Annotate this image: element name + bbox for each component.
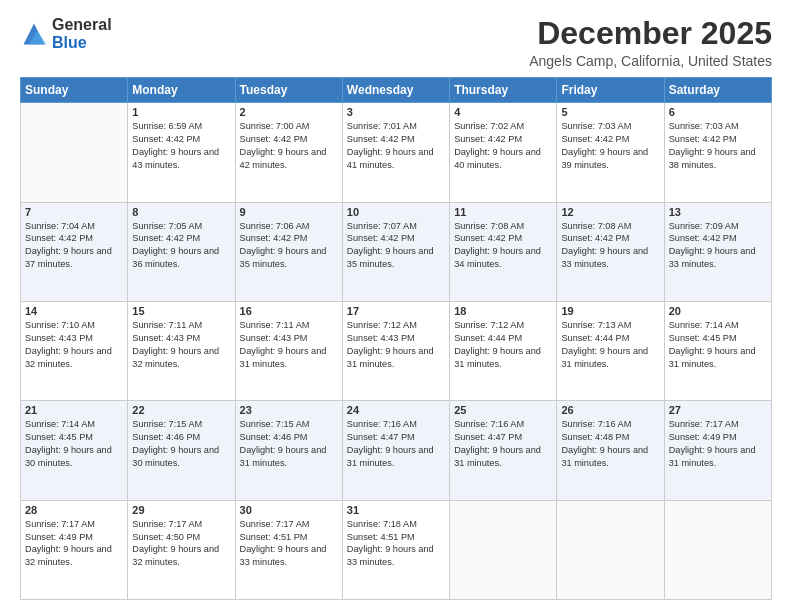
calendar-week-row: 21Sunrise: 7:14 AM Sunset: 4:45 PM Dayli…	[21, 401, 772, 500]
table-row	[557, 500, 664, 599]
table-row: 6Sunrise: 7:03 AM Sunset: 4:42 PM Daylig…	[664, 103, 771, 202]
col-saturday: Saturday	[664, 78, 771, 103]
day-number: 4	[454, 106, 552, 118]
day-number: 26	[561, 404, 659, 416]
day-number: 16	[240, 305, 338, 317]
col-friday: Friday	[557, 78, 664, 103]
day-info: Sunrise: 7:15 AM Sunset: 4:46 PM Dayligh…	[132, 418, 230, 470]
day-info: Sunrise: 7:14 AM Sunset: 4:45 PM Dayligh…	[669, 319, 767, 371]
calendar-week-row: 14Sunrise: 7:10 AM Sunset: 4:43 PM Dayli…	[21, 301, 772, 400]
day-info: Sunrise: 7:17 AM Sunset: 4:49 PM Dayligh…	[25, 518, 123, 570]
day-info: Sunrise: 7:17 AM Sunset: 4:49 PM Dayligh…	[669, 418, 767, 470]
table-row: 25Sunrise: 7:16 AM Sunset: 4:47 PM Dayli…	[450, 401, 557, 500]
day-info: Sunrise: 7:12 AM Sunset: 4:43 PM Dayligh…	[347, 319, 445, 371]
day-info: Sunrise: 7:17 AM Sunset: 4:50 PM Dayligh…	[132, 518, 230, 570]
day-number: 13	[669, 206, 767, 218]
day-info: Sunrise: 7:06 AM Sunset: 4:42 PM Dayligh…	[240, 220, 338, 272]
table-row: 3Sunrise: 7:01 AM Sunset: 4:42 PM Daylig…	[342, 103, 449, 202]
day-number: 19	[561, 305, 659, 317]
day-info: Sunrise: 7:00 AM Sunset: 4:42 PM Dayligh…	[240, 120, 338, 172]
day-number: 22	[132, 404, 230, 416]
day-info: Sunrise: 7:02 AM Sunset: 4:42 PM Dayligh…	[454, 120, 552, 172]
day-info: Sunrise: 7:01 AM Sunset: 4:42 PM Dayligh…	[347, 120, 445, 172]
calendar-week-row: 28Sunrise: 7:17 AM Sunset: 4:49 PM Dayli…	[21, 500, 772, 599]
day-info: Sunrise: 6:59 AM Sunset: 4:42 PM Dayligh…	[132, 120, 230, 172]
col-monday: Monday	[128, 78, 235, 103]
calendar-table: Sunday Monday Tuesday Wednesday Thursday…	[20, 77, 772, 600]
day-number: 23	[240, 404, 338, 416]
day-info: Sunrise: 7:16 AM Sunset: 4:47 PM Dayligh…	[454, 418, 552, 470]
day-number: 25	[454, 404, 552, 416]
table-row: 7Sunrise: 7:04 AM Sunset: 4:42 PM Daylig…	[21, 202, 128, 301]
day-number: 27	[669, 404, 767, 416]
month-title: December 2025	[529, 16, 772, 51]
table-row: 29Sunrise: 7:17 AM Sunset: 4:50 PM Dayli…	[128, 500, 235, 599]
day-info: Sunrise: 7:03 AM Sunset: 4:42 PM Dayligh…	[669, 120, 767, 172]
day-info: Sunrise: 7:12 AM Sunset: 4:44 PM Dayligh…	[454, 319, 552, 371]
day-number: 12	[561, 206, 659, 218]
table-row: 22Sunrise: 7:15 AM Sunset: 4:46 PM Dayli…	[128, 401, 235, 500]
day-number: 20	[669, 305, 767, 317]
day-number: 3	[347, 106, 445, 118]
location: Angels Camp, California, United States	[529, 53, 772, 69]
calendar-week-row: 7Sunrise: 7:04 AM Sunset: 4:42 PM Daylig…	[21, 202, 772, 301]
day-number: 10	[347, 206, 445, 218]
day-number: 29	[132, 504, 230, 516]
table-row: 11Sunrise: 7:08 AM Sunset: 4:42 PM Dayli…	[450, 202, 557, 301]
day-info: Sunrise: 7:11 AM Sunset: 4:43 PM Dayligh…	[132, 319, 230, 371]
day-info: Sunrise: 7:15 AM Sunset: 4:46 PM Dayligh…	[240, 418, 338, 470]
logo-general: General	[52, 16, 112, 34]
day-number: 21	[25, 404, 123, 416]
table-row: 8Sunrise: 7:05 AM Sunset: 4:42 PM Daylig…	[128, 202, 235, 301]
table-row: 16Sunrise: 7:11 AM Sunset: 4:43 PM Dayli…	[235, 301, 342, 400]
table-row: 30Sunrise: 7:17 AM Sunset: 4:51 PM Dayli…	[235, 500, 342, 599]
table-row: 27Sunrise: 7:17 AM Sunset: 4:49 PM Dayli…	[664, 401, 771, 500]
day-info: Sunrise: 7:13 AM Sunset: 4:44 PM Dayligh…	[561, 319, 659, 371]
table-row: 10Sunrise: 7:07 AM Sunset: 4:42 PM Dayli…	[342, 202, 449, 301]
day-number: 24	[347, 404, 445, 416]
day-number: 1	[132, 106, 230, 118]
day-info: Sunrise: 7:07 AM Sunset: 4:42 PM Dayligh…	[347, 220, 445, 272]
logo-icon	[20, 20, 48, 48]
day-number: 9	[240, 206, 338, 218]
day-info: Sunrise: 7:16 AM Sunset: 4:48 PM Dayligh…	[561, 418, 659, 470]
header: General Blue December 2025 Angels Camp, …	[20, 16, 772, 69]
day-info: Sunrise: 7:10 AM Sunset: 4:43 PM Dayligh…	[25, 319, 123, 371]
table-row: 21Sunrise: 7:14 AM Sunset: 4:45 PM Dayli…	[21, 401, 128, 500]
logo-blue: Blue	[52, 34, 112, 52]
calendar-week-row: 1Sunrise: 6:59 AM Sunset: 4:42 PM Daylig…	[21, 103, 772, 202]
table-row: 24Sunrise: 7:16 AM Sunset: 4:47 PM Dayli…	[342, 401, 449, 500]
logo-text: General Blue	[52, 16, 112, 51]
day-info: Sunrise: 7:16 AM Sunset: 4:47 PM Dayligh…	[347, 418, 445, 470]
day-info: Sunrise: 7:09 AM Sunset: 4:42 PM Dayligh…	[669, 220, 767, 272]
table-row: 13Sunrise: 7:09 AM Sunset: 4:42 PM Dayli…	[664, 202, 771, 301]
table-row: 31Sunrise: 7:18 AM Sunset: 4:51 PM Dayli…	[342, 500, 449, 599]
title-block: December 2025 Angels Camp, California, U…	[529, 16, 772, 69]
day-number: 18	[454, 305, 552, 317]
day-number: 5	[561, 106, 659, 118]
day-info: Sunrise: 7:08 AM Sunset: 4:42 PM Dayligh…	[561, 220, 659, 272]
table-row	[664, 500, 771, 599]
table-row: 5Sunrise: 7:03 AM Sunset: 4:42 PM Daylig…	[557, 103, 664, 202]
logo: General Blue	[20, 16, 112, 51]
col-sunday: Sunday	[21, 78, 128, 103]
table-row	[21, 103, 128, 202]
table-row: 19Sunrise: 7:13 AM Sunset: 4:44 PM Dayli…	[557, 301, 664, 400]
table-row: 4Sunrise: 7:02 AM Sunset: 4:42 PM Daylig…	[450, 103, 557, 202]
day-number: 14	[25, 305, 123, 317]
day-number: 31	[347, 504, 445, 516]
page: General Blue December 2025 Angels Camp, …	[0, 0, 792, 612]
day-number: 6	[669, 106, 767, 118]
day-number: 15	[132, 305, 230, 317]
table-row: 15Sunrise: 7:11 AM Sunset: 4:43 PM Dayli…	[128, 301, 235, 400]
col-wednesday: Wednesday	[342, 78, 449, 103]
table-row: 9Sunrise: 7:06 AM Sunset: 4:42 PM Daylig…	[235, 202, 342, 301]
calendar-header-row: Sunday Monday Tuesday Wednesday Thursday…	[21, 78, 772, 103]
table-row: 2Sunrise: 7:00 AM Sunset: 4:42 PM Daylig…	[235, 103, 342, 202]
table-row: 1Sunrise: 6:59 AM Sunset: 4:42 PM Daylig…	[128, 103, 235, 202]
day-number: 28	[25, 504, 123, 516]
day-number: 8	[132, 206, 230, 218]
day-info: Sunrise: 7:14 AM Sunset: 4:45 PM Dayligh…	[25, 418, 123, 470]
day-info: Sunrise: 7:04 AM Sunset: 4:42 PM Dayligh…	[25, 220, 123, 272]
day-info: Sunrise: 7:08 AM Sunset: 4:42 PM Dayligh…	[454, 220, 552, 272]
